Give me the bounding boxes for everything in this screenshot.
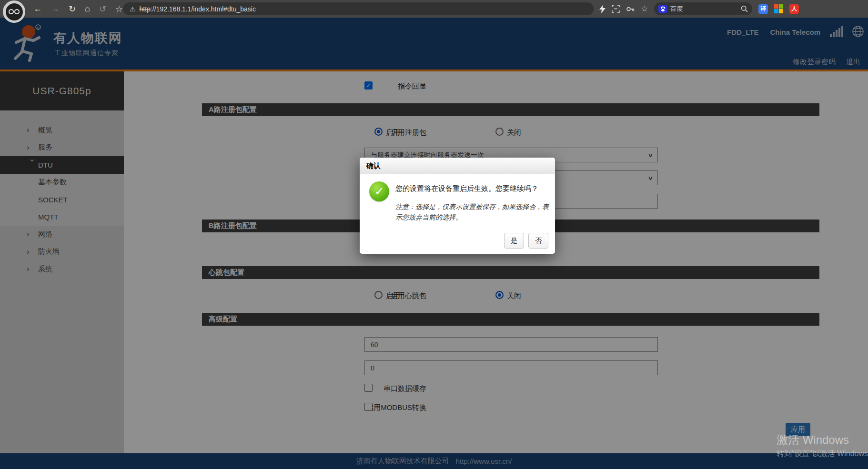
grid-extension-icon[interactable] xyxy=(774,4,783,13)
confirm-dialog: 确认 ✓ 您的设置将在设备重启后生效。您要继续吗？ 注意：选择是，仅表示设置被保… xyxy=(360,158,555,254)
windows-watermark: 激活 Windows 转到“设置”以激活 Windows。 xyxy=(777,432,868,459)
lightning-extension-icon[interactable] xyxy=(599,5,606,13)
yes-button[interactable]: 是 xyxy=(504,233,524,249)
search-icon xyxy=(741,5,748,12)
key-extension-icon[interactable] xyxy=(626,5,635,13)
undo-icon[interactable]: ↺ xyxy=(99,4,106,14)
no-button[interactable]: 否 xyxy=(528,233,548,249)
baidu-icon xyxy=(658,5,667,13)
screenshot-extension-icon[interactable] xyxy=(612,5,620,13)
watermark-line2: 转到“设置”以激活 Windows。 xyxy=(777,449,868,459)
reload-button[interactable]: ↻ xyxy=(69,4,76,14)
browser-toolbar: ← → ↻ ⌂ ↺ ☆ ⚠ http://192.168.1.1/index.h… xyxy=(0,0,868,18)
star-extension-icon[interactable]: ☆ xyxy=(641,4,648,14)
search-engine-label: 百度 xyxy=(670,5,683,13)
not-secure-warning-icon[interactable]: ⚠ xyxy=(130,5,136,13)
dialog-title: 确认 xyxy=(360,158,555,174)
page-url: http://192.168.1.1/index.html#dtu_basic xyxy=(140,5,256,13)
forward-button[interactable]: → xyxy=(51,4,60,14)
watermark-line1: 激活 Windows xyxy=(777,432,868,448)
search-box[interactable]: 百度 xyxy=(654,2,752,15)
address-bar[interactable]: ⚠ http://192.168.1.1/index.html#dtu_basi… xyxy=(123,2,594,15)
browser-profile-avatar[interactable] xyxy=(3,0,25,23)
success-check-icon: ✓ xyxy=(369,181,389,201)
pdf-extension-icon[interactable]: 人 xyxy=(789,4,799,14)
back-button[interactable]: ← xyxy=(33,4,42,14)
dialog-message: 您的设置将在设备重启后生效。您要继续吗？ xyxy=(395,183,549,193)
page: R 有人物联网 工业物联网通信专家 FDD_LTE China Telecom xyxy=(0,0,868,469)
translate-extension-icon[interactable]: 译 xyxy=(758,4,768,14)
bookmark-star-icon[interactable]: ☆ xyxy=(115,4,123,14)
home-button[interactable]: ⌂ xyxy=(85,4,90,14)
dialog-note: 注意：选择是，仅表示设置被保存，如果选择否，表示您放弃当前的选择。 xyxy=(395,201,552,222)
incognito-glasses-icon xyxy=(6,3,23,20)
